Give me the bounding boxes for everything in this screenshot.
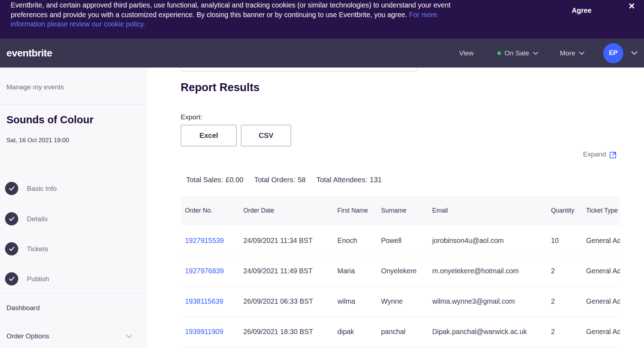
on-sale-dropdown[interactable]: On Sale: [497, 49, 538, 57]
check-icon: [5, 242, 18, 255]
event-sidebar: Manage my events Sounds of Colour Sat, 1…: [0, 68, 147, 348]
sidebar-divider: [0, 104, 147, 105]
sidebar-item-tickets[interactable]: Tickets: [5, 242, 48, 255]
order-number-link[interactable]: 1938115639: [185, 297, 223, 305]
cookie-banner: Eventbrite, and certain approved third p…: [0, 0, 644, 39]
chevron-down-icon: [533, 51, 538, 55]
quantity-cell: 2: [547, 256, 582, 286]
filter-panel-bottom-edge: [181, 68, 418, 71]
check-icon: [5, 272, 18, 285]
agree-button[interactable]: Agree: [572, 6, 591, 15]
check-icon: [5, 182, 18, 195]
first-name-cell: Enoch: [333, 225, 377, 256]
first-name-cell: wilma: [333, 286, 377, 317]
sidebar-item-publish[interactable]: Publish: [5, 272, 49, 285]
sidebar-item-details[interactable]: Details: [5, 212, 48, 225]
surname-cell: Wynne: [377, 286, 428, 317]
total-orders: Total Orders:58: [254, 176, 306, 184]
cookie-text-line1: Eventbrite, and certain approved third p…: [11, 1, 450, 9]
surname-cell: panchal: [377, 317, 428, 347]
export-buttons: Excel CSV: [181, 125, 291, 146]
quantity-cell: 2: [547, 317, 582, 347]
table-row: 1927976839 24/09/2021 11:49 BST Maria On…: [181, 256, 620, 286]
sidebar-item-order-options[interactable]: Order Options: [6, 332, 49, 340]
step-label: Publish: [27, 275, 49, 283]
col-email: Email: [428, 196, 547, 225]
col-quantity: Quantity: [547, 196, 582, 225]
user-avatar[interactable]: EP: [603, 43, 623, 63]
col-order-no: Order No.: [181, 196, 239, 225]
eventbrite-logo[interactable]: eventbrite: [6, 48, 52, 59]
more-label: More: [560, 49, 575, 57]
expand-label: Expand: [583, 150, 606, 158]
chevron-down-icon[interactable]: [126, 333, 132, 340]
report-main: Report Results Export: Excel CSV Expand …: [147, 68, 644, 348]
account-chevron-down-icon[interactable]: [631, 51, 638, 55]
order-number-link[interactable]: 1927915539: [185, 237, 224, 244]
table-row: 1938115639 26/09/2021 06:33 BST wilma Wy…: [181, 286, 620, 317]
order-number-link[interactable]: 1939911909: [185, 328, 223, 335]
header-nav: View On Sale More EP: [459, 43, 638, 63]
ticket-type-cell: General Admission: [582, 225, 620, 256]
email-cell: Dipak.panchal@warwick.ac.uk: [428, 317, 547, 347]
sidebar-divider: [0, 293, 147, 293]
page-title: Report Results: [181, 81, 259, 94]
quantity-cell: 2: [547, 286, 582, 317]
ticket-type-cell: General Admission: [582, 286, 620, 317]
total-attendees: Total Attendees:131: [316, 176, 382, 184]
surname-cell: Onyelekere: [377, 256, 428, 286]
first-name-cell: dipak: [333, 317, 377, 347]
col-surname: Surname: [377, 196, 428, 225]
export-excel-button[interactable]: Excel: [181, 125, 237, 146]
ticket-type-cell: General Admission: [582, 317, 620, 347]
order-date-cell: 24/09/2021 11:49 BST: [239, 256, 333, 286]
export-label: Export:: [181, 113, 202, 121]
export-csv-button[interactable]: CSV: [241, 125, 291, 146]
ticket-type-cell: General Admission: [582, 256, 620, 286]
event-date: Sat, 16 Oct 2021 19:00: [6, 137, 69, 144]
view-link[interactable]: View: [459, 49, 474, 57]
expand-link[interactable]: Expand: [583, 150, 618, 159]
manage-my-events-link[interactable]: Manage my events: [6, 83, 64, 91]
first-name-cell: Maria: [333, 256, 377, 286]
sidebar-item-dashboard[interactable]: Dashboard: [6, 304, 40, 312]
check-icon: [5, 212, 18, 225]
col-ticket-type: Ticket Type: [582, 196, 620, 225]
on-sale-label: On Sale: [504, 49, 529, 57]
total-sales: Total Sales:£0.00: [186, 176, 243, 184]
table-row: 1939911909 26/09/2021 18:30 BST dipak pa…: [181, 317, 620, 347]
order-date-cell: 24/09/2021 11:34 BST: [239, 225, 333, 256]
table-header-row: Order No. Order Date First Name Surname …: [181, 196, 620, 225]
report-totals: Total Sales:£0.00 Total Orders:58 Total …: [186, 176, 382, 184]
more-dropdown[interactable]: More: [560, 49, 585, 57]
col-order-date: Order Date: [239, 196, 333, 225]
email-cell: wilma.wynne3@gmail.com: [428, 286, 547, 317]
email-cell: jorobinson4u@aol.com: [428, 225, 547, 256]
report-table: Order No. Order Date First Name Surname …: [181, 196, 620, 347]
step-label: Details: [27, 215, 48, 223]
order-date-cell: 26/09/2021 06:33 BST: [239, 286, 333, 317]
email-cell: m.onyelekere@hotmail.com: [428, 256, 547, 286]
on-sale-status-dot: [497, 51, 501, 55]
cookie-text-line2: preferences and provide you with a custo…: [11, 11, 407, 19]
close-icon[interactable]: ✕: [628, 1, 635, 11]
app-header: eventbrite View On Sale More EP: [0, 39, 644, 68]
table-row: 1927915539 24/09/2021 11:34 BST Enoch Po…: [181, 225, 620, 256]
report-table-container: Order No. Order Date First Name Surname …: [181, 196, 620, 348]
event-title: Sounds of Colour: [6, 114, 93, 126]
sidebar-item-basic-info[interactable]: Basic Info: [5, 182, 57, 195]
chevron-down-icon: [579, 51, 585, 55]
quantity-cell: 10: [547, 225, 582, 256]
col-first-name: First Name: [333, 196, 377, 225]
order-date-cell: 26/09/2021 18:30 BST: [239, 317, 333, 347]
order-number-link[interactable]: 1927976839: [185, 267, 224, 275]
surname-cell: Powell: [377, 225, 428, 256]
step-label: Tickets: [27, 245, 48, 253]
step-label: Basic Info: [27, 185, 57, 193]
expand-icon: [609, 150, 618, 159]
cookie-banner-text: Eventbrite, and certain approved third p…: [11, 0, 490, 29]
